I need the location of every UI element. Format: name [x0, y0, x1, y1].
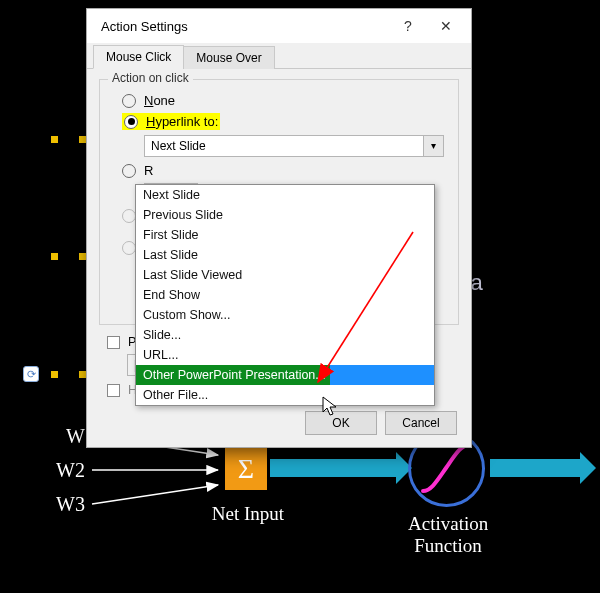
- dropdown-item[interactable]: URL...: [136, 345, 434, 365]
- close-button[interactable]: ✕: [427, 12, 465, 40]
- tab-strip: Mouse Click Mouse Over: [87, 43, 471, 69]
- selection-handle[interactable]: [50, 252, 59, 261]
- radio-run-program-label: R: [144, 163, 153, 178]
- activation-caption: ActivationFunction: [408, 513, 488, 557]
- mouse-cursor-icon: [322, 396, 340, 418]
- chevron-down-icon[interactable]: ▾: [423, 136, 443, 156]
- selection-handle[interactable]: [50, 370, 59, 379]
- help-button[interactable]: ?: [389, 12, 427, 40]
- dropdown-item-highlighted[interactable]: Other PowerPoint Presentation...: [136, 365, 434, 385]
- selection-handle[interactable]: [50, 135, 59, 144]
- dropdown-item[interactable]: Previous Slide: [136, 205, 434, 225]
- radio-hyperlink-label: Hyperlink to:: [146, 114, 218, 129]
- radio-icon: [122, 164, 136, 178]
- dropdown-item[interactable]: End Show: [136, 285, 434, 305]
- group-label: Action on click: [108, 71, 193, 85]
- dropdown-item[interactable]: Custom Show...: [136, 305, 434, 325]
- radio-run-program[interactable]: R: [122, 163, 450, 178]
- dropdown-item[interactable]: Next Slide: [136, 185, 434, 205]
- net-input-caption: Net Input: [208, 503, 288, 525]
- dialog-titlebar[interactable]: Action Settings ? ✕: [87, 9, 471, 43]
- svg-line-2: [92, 485, 218, 504]
- rotation-handle-icon[interactable]: ⟳: [23, 366, 39, 382]
- dialog-button-row: OK Cancel: [87, 399, 471, 447]
- checkbox-icon: [107, 384, 120, 397]
- radio-icon: [122, 94, 136, 108]
- tab-mouse-over[interactable]: Mouse Over: [183, 46, 274, 69]
- radio-none[interactable]: None: [122, 93, 450, 108]
- hyperlink-dropdown-list[interactable]: Next Slide Previous Slide First Slide La…: [135, 184, 435, 406]
- sigma-net-input-block: Σ: [225, 448, 267, 490]
- checkbox-icon: [107, 336, 120, 349]
- weight-label-w3: W3: [56, 493, 85, 516]
- dropdown-item[interactable]: Other File...: [136, 385, 434, 405]
- cancel-button[interactable]: Cancel: [385, 411, 457, 435]
- dialog-title: Action Settings: [101, 19, 188, 34]
- hyperlink-combo[interactable]: Next Slide ▾: [144, 135, 444, 157]
- radio-hyperlink[interactable]: Hyperlink to:: [122, 113, 450, 130]
- hyperlink-combo-value: Next Slide: [145, 139, 423, 153]
- radio-icon: [122, 209, 136, 223]
- weight-label-w2: W2: [56, 459, 85, 482]
- dropdown-item[interactable]: Last Slide Viewed: [136, 265, 434, 285]
- weight-label-w1: W: [66, 425, 85, 448]
- tab-mouse-click[interactable]: Mouse Click: [93, 45, 184, 69]
- radio-icon: [124, 115, 138, 129]
- radio-icon: [122, 241, 136, 255]
- activation-out-arrow: [490, 459, 580, 477]
- dropdown-item[interactable]: First Slide: [136, 225, 434, 245]
- ok-button[interactable]: OK: [305, 411, 377, 435]
- radio-none-label: None: [144, 93, 175, 108]
- net-to-activation-arrow: [270, 459, 396, 477]
- dropdown-item[interactable]: Last Slide: [136, 245, 434, 265]
- dropdown-item[interactable]: Slide...: [136, 325, 434, 345]
